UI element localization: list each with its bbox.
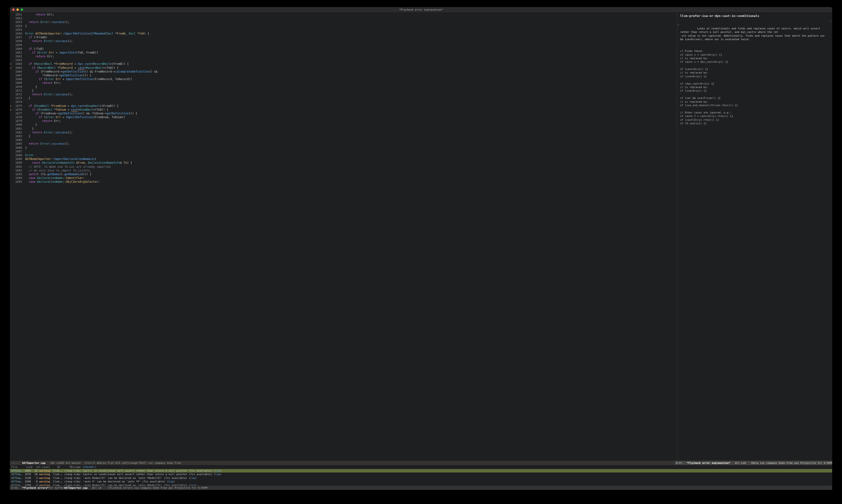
code-line[interactable]: 1654 } (10, 24, 677, 28)
code-line[interactable]: 1684 (10, 138, 677, 142)
error-row[interactable]: ASTImp…167628 warning llvm-… clang-tidy:… (10, 472, 832, 476)
code-line[interactable]: 1656 Error ASTNodeImporter::ImportDefini… (10, 32, 677, 35)
code-line[interactable]: 1687 (10, 149, 677, 154)
err-line: 1665 (22, 469, 31, 472)
code-line[interactable]: 1693 switch (To.getName().getNameKind())… (10, 173, 677, 176)
line-number: 1675 (11, 104, 23, 108)
code-line[interactable]: 1668 if (Error Err = ImportDefinition(Fr… (10, 77, 677, 81)
line-number: 1668 (11, 77, 23, 81)
line-number: 1674 (11, 100, 23, 104)
code-line[interactable]: 1686 } (10, 146, 677, 149)
err-message: clang-tidy: 'auto P' can be declared as … (65, 480, 175, 483)
err-message: clang-tidy: Cast<> in conditional will a… (65, 473, 221, 476)
code-line[interactable]: 1651 return Err; (10, 13, 677, 16)
err-file: ASTImp… (11, 484, 22, 486)
code-line[interactable]: 1685 return Error::success(); (10, 142, 677, 146)
code-line[interactable]: 1657 if (!FromD) (10, 35, 677, 39)
err-line: 3306 (22, 480, 31, 483)
err-message: clang-tidy: Cast<> in conditional will a… (65, 469, 221, 472)
code-line[interactable]: 1680 } (10, 123, 677, 127)
error-row[interactable]: ASTImp…33068 warning llvm-… clang-tidy: … (10, 480, 832, 483)
err-col: 28 (31, 472, 38, 476)
code-line[interactable]: 1681 } (10, 127, 677, 130)
err-file: ASTImp… (11, 472, 22, 476)
err-level: warning (39, 480, 51, 483)
err-id: llvm-… (53, 472, 63, 476)
wrap-icon: ⤶ (677, 23, 679, 27)
line-number: 1688 (11, 154, 23, 157)
line-number: 1654 (11, 24, 23, 28)
modeline-explanation[interactable]: U:%*- *Flycheck error explanation* All L… (674, 461, 832, 465)
code-line[interactable]: 1677 if (FromEnum->getDefinition() && !T… (10, 111, 677, 115)
line-number: 1656 (11, 32, 23, 35)
code-line[interactable]: 1659 (10, 43, 677, 47)
explanation-buffer[interactable]: llvm-prefer-isa-or-dyn-cast-in-condition… (677, 12, 832, 461)
err-level: warning (39, 476, 51, 480)
code-line[interactable]: 1652 (10, 16, 677, 20)
check-name: llvm-prefer-isa-or-dyn-cast-in-condition… (677, 12, 832, 19)
buffer-name: *Flycheck error explanation* (687, 462, 730, 465)
line-number: 1658 (11, 39, 23, 43)
code-line[interactable]: 1671 } (10, 89, 677, 92)
code-line[interactable]: 1670 } (10, 85, 677, 89)
code-line[interactable]: 1663 (10, 58, 677, 62)
code-line[interactable]: 1689 ASTNodeImporter::ImportDeclarationN… (10, 157, 677, 161)
code-line[interactable]: 1695 case DeclarationName::ObjCZeroArgSe… (10, 180, 677, 184)
modeline-errors[interactable]: U:%%- *Flycheck errors* for buffer ASTIm… (10, 486, 832, 490)
line-number: 1690 (11, 161, 23, 165)
err-file: ASTImp… (11, 469, 22, 472)
flycheck-errors-buffer[interactable]: File Line Col Level ID Message (Checker)… (10, 465, 832, 486)
modeline-code[interactable]: -:--- ASTImporter.cpp 20% L1665 Git:mast… (10, 461, 674, 465)
err-level: warning (39, 484, 51, 486)
line-number: 1651 (11, 13, 23, 16)
code-line[interactable]: 1662 return Err; (10, 54, 677, 58)
line-number: 1657 (11, 35, 23, 39)
code-line[interactable]: 1666 if (FromRecord->getDefinition() && … (10, 70, 677, 73)
code-line[interactable]: 1673 } (10, 96, 677, 100)
truncation-icon: ➔ (829, 19, 831, 23)
line-number: 1663 (11, 58, 23, 62)
code-line[interactable]: 1674 (10, 100, 677, 104)
code-line[interactable]: 1688 Error (10, 154, 677, 157)
code-line[interactable]: 1691 // NOTE: To.Name and To.Loc are alr… (10, 165, 677, 169)
line-number: 1678 (11, 115, 23, 119)
code-line[interactable]: 1669 return Err; (10, 81, 677, 85)
code-line[interactable]: 1678 if (Error Err = ImportDefinition(Fr… (10, 115, 677, 119)
titlebar[interactable]: *Flycheck error explanation* (10, 7, 832, 12)
code-line[interactable]: 1660 if (!ToD) (10, 47, 677, 51)
error-row[interactable]: ASTImp…31383 warning llvm-… clang-tidy: … (10, 476, 832, 480)
code-line[interactable]: »1675 if (EnumDecl *FromEnum = dyn_cast<… (10, 104, 677, 108)
code-line[interactable]: 1679 return Err; (10, 119, 677, 123)
code-line[interactable]: 1655 (10, 28, 677, 32)
flycheck-fringe-icon: » (10, 108, 12, 111)
line-number: 1661 (11, 51, 23, 54)
code-line[interactable]: 1667 !ToRecord->getDefinition()) { (10, 73, 677, 77)
line-number: 1685 (11, 142, 23, 146)
code-buffer[interactable]: 1651 return Err;1652 1653 return Error::… (10, 12, 677, 461)
code-line[interactable]: 1682 return Error::success(); (10, 130, 677, 134)
line-number: 1680 (11, 123, 23, 127)
code-line[interactable]: 1653 return Error::success(); (10, 20, 677, 24)
code-line[interactable]: 1672 return Error::success(); (10, 92, 677, 96)
line-number: 1684 (11, 138, 23, 142)
err-line: 3790 (22, 484, 31, 486)
error-row[interactable]: ASTImp…37903 warning llvm-… clang-tidy: … (10, 484, 832, 486)
line-number: 1655 (11, 28, 23, 32)
code-line[interactable]: 1692 // We only have to import To.LocInf… (10, 169, 677, 173)
code-line[interactable]: 1661 if (Error Err = importInto(ToD, Fro… (10, 51, 677, 54)
err-col: 8 (31, 480, 38, 483)
line-number: 1669 (11, 81, 23, 85)
code-line[interactable]: »1665 if (RecordDecl *ToRecord = cast<Re… (10, 66, 677, 70)
code-line[interactable]: 1658 return Error::success(); (10, 39, 677, 43)
line-number: 1672 (11, 92, 23, 96)
error-row[interactable]: ASTImp…166532 warning llvm-… clang-tidy:… (10, 469, 832, 472)
line-number: 1664 (11, 62, 23, 66)
code-line[interactable]: »1664 if (RecordDecl *FromRecord = dyn_c… (10, 62, 677, 66)
code-line[interactable]: 1690 const DeclarationNameInfo &From, De… (10, 161, 677, 165)
code-line[interactable]: »1676 if (EnumDecl *ToEnum = cast<EnumDe… (10, 108, 677, 111)
errors-header: File Line Col Level ID Message (Checker) (10, 465, 832, 469)
code-line[interactable]: 1683 } (10, 134, 677, 138)
code-line[interactable]: 1694 case DeclarationName::Identifier: (10, 176, 677, 180)
err-line: 1676 (22, 472, 31, 476)
line-number: 1677 (11, 111, 23, 115)
